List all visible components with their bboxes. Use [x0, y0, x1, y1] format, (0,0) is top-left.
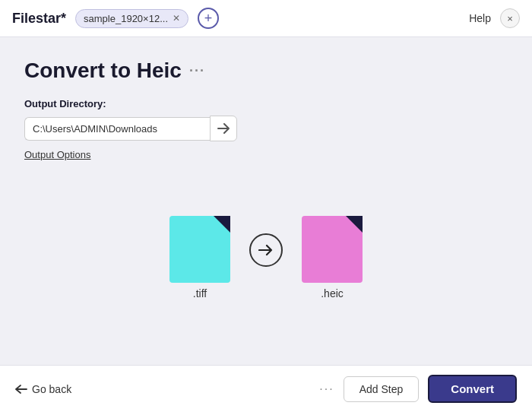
- source-file-shape: [169, 216, 230, 283]
- footer-dots-menu[interactable]: ···: [319, 382, 334, 396]
- add-file-button[interactable]: +: [198, 8, 219, 29]
- source-file-ext: .tiff: [193, 287, 207, 299]
- conversion-arrow: [249, 233, 283, 267]
- output-dir-browse-button[interactable]: [210, 116, 237, 141]
- header: Filestar* sample_1920×12... ✕ + Help ×: [0, 0, 532, 37]
- footer-right: ··· Add Step Convert: [319, 375, 517, 403]
- file-tag[interactable]: sample_1920×12... ✕: [75, 9, 188, 28]
- arrow-circle: [249, 233, 283, 267]
- add-step-button[interactable]: Add Step: [344, 376, 420, 402]
- file-tag-name: sample_1920×12...: [84, 13, 168, 24]
- conversion-visual: .tiff .heic: [24, 165, 508, 350]
- main-content: Convert to Heic ··· Output Directory: Ou…: [0, 37, 532, 365]
- go-back-button[interactable]: Go back: [15, 383, 71, 395]
- output-dir-input[interactable]: [24, 117, 210, 141]
- arrow-icon: [258, 244, 274, 256]
- form-section: Output Directory: Output Options: [24, 98, 508, 160]
- target-file-icon: .heic: [298, 216, 366, 299]
- target-file-shape: [302, 216, 363, 283]
- output-dir-row: [24, 116, 237, 141]
- footer: Go back ··· Add Step Convert: [0, 365, 532, 412]
- header-left: Filestar* sample_1920×12... ✕ +: [12, 8, 219, 29]
- go-back-label: Go back: [32, 383, 71, 395]
- source-file-icon: .tiff: [166, 216, 234, 299]
- app-title: Filestar*: [12, 11, 66, 27]
- target-file-ext: .heic: [321, 287, 344, 299]
- arrow-right-icon: [217, 123, 230, 134]
- output-options-link[interactable]: Output Options: [24, 149, 508, 160]
- close-button[interactable]: ×: [500, 8, 520, 28]
- arrow-left-icon: [15, 385, 27, 394]
- header-right: Help ×: [469, 8, 520, 28]
- title-dots-menu[interactable]: ···: [189, 63, 205, 79]
- page-title: Convert to Heic: [24, 59, 182, 83]
- convert-button[interactable]: Convert: [428, 375, 517, 403]
- file-tag-close-icon[interactable]: ✕: [173, 14, 180, 23]
- help-link[interactable]: Help: [469, 12, 491, 24]
- page-title-container: Convert to Heic ···: [24, 59, 508, 83]
- output-dir-label: Output Directory:: [24, 98, 508, 109]
